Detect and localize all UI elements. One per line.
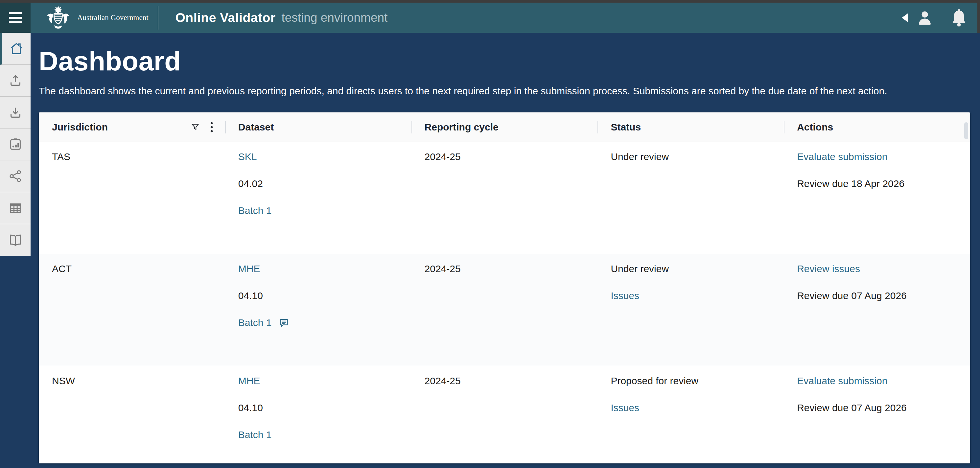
sidebar-item-reports[interactable] bbox=[0, 129, 30, 161]
column-header-status: Status bbox=[597, 112, 784, 142]
dataset-link[interactable]: SKL bbox=[238, 151, 257, 162]
status-value: Under review bbox=[611, 151, 669, 162]
column-divider bbox=[784, 121, 784, 134]
actions-cell: Review issues Review due 07 Aug 2026 bbox=[784, 254, 970, 366]
dataset-version: 04.02 bbox=[238, 178, 263, 189]
book-icon bbox=[8, 232, 23, 247]
jurisdiction-cell: NSW bbox=[39, 366, 225, 463]
actions-cell: Evaluate submission Review due 07 Aug 20… bbox=[784, 366, 970, 463]
column-header-actions: Actions bbox=[784, 112, 970, 142]
sidebar-item-upload[interactable] bbox=[0, 65, 30, 97]
reporting-cycle-cell: 2024-25 bbox=[412, 366, 598, 463]
home-icon bbox=[9, 41, 24, 56]
dataset-link[interactable]: MHE bbox=[238, 375, 260, 387]
column-header-dataset: Dataset bbox=[225, 112, 412, 142]
hamburger-menu-button[interactable] bbox=[0, 3, 30, 33]
status-cell: Under review bbox=[597, 142, 784, 254]
action-due-date: Review due 07 Aug 2026 bbox=[797, 402, 907, 414]
australian-coat-of-arms-icon bbox=[45, 5, 72, 30]
jurisdiction-value: ACT bbox=[52, 263, 72, 274]
dataset-cell: MHE 04.10 Batch 1 bbox=[225, 366, 412, 463]
jurisdiction-cell: ACT bbox=[39, 254, 225, 366]
page-title: Dashboard bbox=[39, 45, 970, 77]
app-title: Online Validator bbox=[175, 11, 276, 25]
column-header-label: Actions bbox=[797, 122, 833, 133]
batch-link[interactable]: Batch 1 bbox=[238, 317, 272, 328]
collapse-left-icon[interactable] bbox=[900, 12, 909, 23]
column-header-label: Dataset bbox=[238, 122, 274, 133]
column-divider bbox=[412, 121, 412, 134]
sidebar-item-data-tables[interactable] bbox=[0, 192, 30, 224]
government-brand-label: Australian Government bbox=[77, 13, 148, 22]
action-due-date: Review due 07 Aug 2026 bbox=[797, 290, 907, 301]
column-header-label: Status bbox=[611, 122, 641, 133]
column-divider bbox=[597, 121, 598, 134]
user-icon[interactable] bbox=[916, 10, 933, 26]
sidebar-nav bbox=[0, 33, 30, 256]
page-subtitle: The dashboard shows the current and prev… bbox=[39, 85, 970, 97]
kebab-menu-icon[interactable] bbox=[210, 122, 213, 133]
dataset-link[interactable]: MHE bbox=[238, 263, 260, 274]
report-clipboard-icon bbox=[8, 137, 23, 152]
dataset-cell: SKL 04.02 Batch 1 bbox=[225, 142, 412, 254]
dataset-version: 04.10 bbox=[238, 290, 263, 301]
bell-icon[interactable] bbox=[950, 8, 967, 27]
sidebar-item-home[interactable] bbox=[0, 33, 30, 65]
header-right-icons bbox=[900, 8, 967, 27]
jurisdiction-value: NSW bbox=[52, 375, 75, 387]
download-icon bbox=[8, 105, 23, 120]
table-scrollbar-thumb[interactable] bbox=[964, 122, 968, 139]
status-cell: Proposed for review Issues bbox=[597, 366, 784, 463]
share-icon bbox=[8, 169, 23, 184]
action-link[interactable]: Review issues bbox=[797, 263, 860, 274]
column-header-label: Jurisdiction bbox=[52, 122, 108, 133]
app-header: Australian Government Online Validator t… bbox=[0, 3, 980, 33]
column-divider bbox=[225, 121, 226, 134]
column-header-label: Reporting cycle bbox=[425, 122, 498, 133]
sidebar-item-share[interactable] bbox=[0, 161, 30, 192]
table-row-tas-skl: TAS SKL 04.02 Batch 1 2024-25 Under revi… bbox=[39, 142, 970, 254]
filter-icon[interactable] bbox=[190, 122, 200, 132]
environment-label: testing environment bbox=[281, 11, 387, 25]
action-link[interactable]: Evaluate submission bbox=[797, 375, 887, 387]
actions-cell: Evaluate submission Review due 18 Apr 20… bbox=[784, 142, 970, 254]
batch-link[interactable]: Batch 1 bbox=[238, 205, 272, 216]
table-row-nsw-mhe: NSW MHE 04.10 Batch 1 2024-25 Proposed f… bbox=[39, 366, 970, 463]
status-cell: Under review Issues bbox=[597, 254, 784, 366]
submissions-table-card: Jurisdiction Dataset Reporting cycle bbox=[39, 112, 970, 463]
status-value: Under review bbox=[611, 263, 669, 274]
dataset-version: 04.10 bbox=[238, 402, 263, 414]
window-right-strip bbox=[977, 0, 980, 33]
reporting-cycle-value: 2024-25 bbox=[425, 375, 461, 387]
dataset-cell: MHE 04.10 Batch 1 bbox=[225, 254, 412, 366]
action-link[interactable]: Evaluate submission bbox=[797, 151, 887, 162]
table-header-row: Jurisdiction Dataset Reporting cycle bbox=[39, 112, 970, 142]
reporting-cycle-value: 2024-25 bbox=[425, 263, 461, 274]
upload-icon bbox=[8, 73, 23, 88]
issues-link[interactable]: Issues bbox=[611, 402, 639, 414]
main-content: Dashboard The dashboard shows the curren… bbox=[30, 33, 980, 468]
brand-divider bbox=[158, 6, 158, 30]
issues-link[interactable]: Issues bbox=[611, 290, 639, 301]
reporting-cycle-value: 2024-25 bbox=[425, 151, 461, 162]
column-header-reporting-cycle: Reporting cycle bbox=[412, 112, 598, 142]
reporting-cycle-cell: 2024-25 bbox=[412, 254, 598, 366]
action-due-date: Review due 18 Apr 2026 bbox=[797, 178, 904, 189]
table-row-act-mhe: ACT MHE 04.10 Batch 1 2024-25 Under revi… bbox=[39, 254, 970, 366]
jurisdiction-value: TAS bbox=[52, 151, 70, 162]
status-value: Proposed for review bbox=[611, 375, 698, 387]
hamburger-icon bbox=[9, 12, 22, 23]
jurisdiction-header-icons bbox=[190, 122, 213, 133]
window-top-strip bbox=[0, 0, 980, 3]
government-brand: Australian Government bbox=[45, 5, 158, 30]
sidebar-item-download[interactable] bbox=[0, 97, 30, 129]
comment-bubble-icon[interactable] bbox=[278, 317, 290, 328]
jurisdiction-cell: TAS bbox=[39, 142, 225, 254]
reporting-cycle-cell: 2024-25 bbox=[412, 142, 598, 254]
data-table-icon bbox=[8, 201, 23, 216]
column-header-jurisdiction: Jurisdiction bbox=[39, 112, 225, 142]
batch-link[interactable]: Batch 1 bbox=[238, 429, 272, 440]
sidebar-item-guide[interactable] bbox=[0, 224, 30, 256]
